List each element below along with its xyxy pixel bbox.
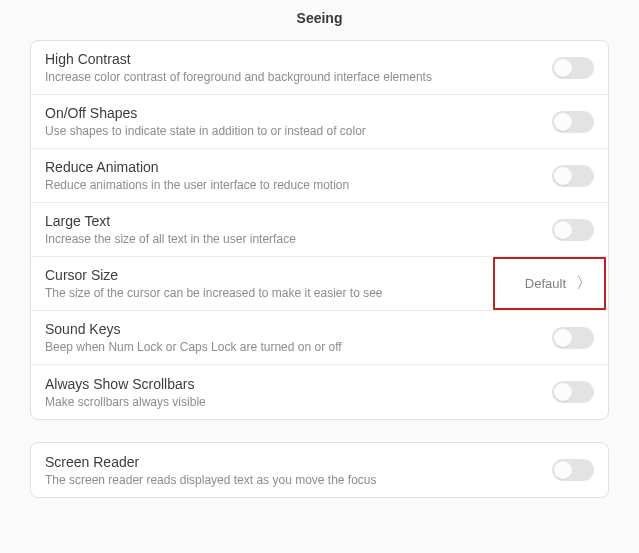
- section-heading: Seeing: [0, 0, 639, 40]
- row-subtitle: The size of the cursor can be increased …: [45, 286, 525, 300]
- row-subtitle: Reduce animations in the user interface …: [45, 178, 552, 192]
- row-text: Screen Reader The screen reader reads di…: [45, 454, 552, 487]
- chevron-right-icon: 〉: [576, 273, 592, 294]
- row-title: Always Show Scrollbars: [45, 376, 552, 392]
- row-sound-keys[interactable]: Sound Keys Beep when Num Lock or Caps Lo…: [31, 311, 608, 365]
- row-title: Sound Keys: [45, 321, 552, 337]
- switch-sound-keys[interactable]: [552, 327, 594, 349]
- switch-high-contrast[interactable]: [552, 57, 594, 79]
- row-cursor-size[interactable]: Cursor Size The size of the cursor can b…: [31, 257, 608, 311]
- row-high-contrast[interactable]: High Contrast Increase color contrast of…: [31, 41, 608, 95]
- row-title: Cursor Size: [45, 267, 525, 283]
- cursor-size-value-group: Default 〉: [525, 273, 594, 294]
- row-text: Always Show Scrollbars Make scrollbars a…: [45, 376, 552, 409]
- row-title: On/Off Shapes: [45, 105, 552, 121]
- settings-group-screen-reader: Screen Reader The screen reader reads di…: [30, 442, 609, 498]
- row-subtitle: Increase color contrast of foreground an…: [45, 70, 552, 84]
- row-title: Large Text: [45, 213, 552, 229]
- settings-group-seeing: High Contrast Increase color contrast of…: [30, 40, 609, 420]
- row-subtitle: Use shapes to indicate state in addition…: [45, 124, 552, 138]
- row-always-show-scrollbars[interactable]: Always Show Scrollbars Make scrollbars a…: [31, 365, 608, 419]
- row-screen-reader[interactable]: Screen Reader The screen reader reads di…: [31, 443, 608, 497]
- row-text: Large Text Increase the size of all text…: [45, 213, 552, 246]
- row-text: High Contrast Increase color contrast of…: [45, 51, 552, 84]
- row-text: Reduce Animation Reduce animations in th…: [45, 159, 552, 192]
- row-subtitle: The screen reader reads displayed text a…: [45, 473, 552, 487]
- row-subtitle: Make scrollbars always visible: [45, 395, 552, 409]
- switch-always-show-scrollbars[interactable]: [552, 381, 594, 403]
- row-subtitle: Beep when Num Lock or Caps Lock are turn…: [45, 340, 552, 354]
- row-onoff-shapes[interactable]: On/Off Shapes Use shapes to indicate sta…: [31, 95, 608, 149]
- row-reduce-animation[interactable]: Reduce Animation Reduce animations in th…: [31, 149, 608, 203]
- row-text: On/Off Shapes Use shapes to indicate sta…: [45, 105, 552, 138]
- switch-screen-reader[interactable]: [552, 459, 594, 481]
- row-title: High Contrast: [45, 51, 552, 67]
- row-title: Reduce Animation: [45, 159, 552, 175]
- switch-large-text[interactable]: [552, 219, 594, 241]
- row-subtitle: Increase the size of all text in the use…: [45, 232, 552, 246]
- row-text: Cursor Size The size of the cursor can b…: [45, 267, 525, 300]
- row-text: Sound Keys Beep when Num Lock or Caps Lo…: [45, 321, 552, 354]
- switch-reduce-animation[interactable]: [552, 165, 594, 187]
- cursor-size-value: Default: [525, 276, 566, 291]
- row-title: Screen Reader: [45, 454, 552, 470]
- row-large-text[interactable]: Large Text Increase the size of all text…: [31, 203, 608, 257]
- switch-onoff-shapes[interactable]: [552, 111, 594, 133]
